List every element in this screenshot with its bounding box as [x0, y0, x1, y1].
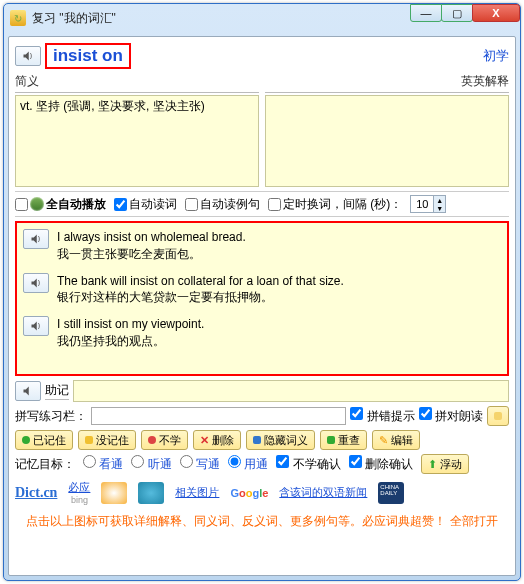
spelling-row: 拼写练习栏： 拼错提示 拼对朗读 — [15, 406, 509, 426]
eraser-button[interactable] — [487, 406, 509, 426]
related-images-link[interactable]: 相关图片 — [175, 485, 219, 500]
example-item: I still insist on my viewpoint.我仍坚持我的观点。 — [23, 316, 501, 350]
titlebar[interactable]: ↻ 复习 "我的词汇" — ▢ X — [4, 4, 520, 32]
interval-input[interactable] — [411, 196, 433, 212]
bilingual-news-link[interactable]: 含该词的双语新闻 — [279, 485, 367, 500]
goal-write[interactable]: 写通 — [180, 455, 220, 473]
chinadaily-link[interactable]: CHINADAILY — [378, 482, 404, 504]
window-controls: — ▢ X — [411, 4, 520, 22]
float-button[interactable]: ⬆浮动 — [421, 454, 469, 474]
simple-def-label: 简义 — [15, 73, 259, 93]
playback-options: 全自动播放 自动读词 自动读例句 定时换词，间隔 (秒)： ▲▼ — [15, 191, 509, 217]
app-icon: ↻ — [10, 10, 26, 26]
play-example-button[interactable] — [23, 316, 49, 336]
known-button[interactable]: 已记住 — [15, 430, 73, 450]
app-window: ↻ 复习 "我的词汇" — ▢ X insist on 初学 简义 vt. 坚持… — [3, 3, 521, 581]
hide-def-button[interactable]: 隐藏词义 — [246, 430, 315, 450]
title-text: 复习 "我的词汇" — [32, 10, 116, 27]
level-link[interactable]: 初学 — [483, 47, 509, 65]
google-link[interactable]: Google — [230, 487, 268, 499]
play-word-button[interactable] — [15, 46, 41, 66]
spell-read-checkbox[interactable]: 拼对朗读 — [419, 407, 483, 425]
bing-link[interactable]: 必应bing — [68, 480, 90, 505]
autoplay-icon — [30, 197, 44, 211]
example-en: I still insist on my viewpoint. — [57, 316, 204, 333]
auto-play-checkbox[interactable]: 全自动播放 — [15, 196, 106, 213]
maximize-button[interactable]: ▢ — [441, 4, 473, 22]
speaker-icon — [22, 385, 34, 397]
spelling-label: 拼写练习栏： — [15, 408, 87, 425]
goal-read[interactable]: 看通 — [83, 455, 123, 473]
speaker-icon — [30, 277, 42, 289]
example-item: I always insist on wholemeal bread.我一贯主张… — [23, 229, 501, 263]
interval-spinner[interactable]: ▲▼ — [410, 195, 446, 213]
speaker-icon — [22, 50, 34, 62]
goal-label: 记忆目标： — [15, 456, 75, 473]
dictcn-link[interactable]: Dict.cn — [15, 485, 57, 501]
action-buttons: 已记住 没记住 不学 ✕删除 隐藏词义 重查 ✎编辑 — [15, 430, 509, 450]
example-item: The bank will insist on collateral for a… — [23, 273, 501, 307]
simple-def-text[interactable]: vt. 坚持 (强调, 坚决要求, 坚决主张) — [15, 95, 259, 187]
spin-up[interactable]: ▲ — [433, 196, 445, 204]
mnemonic-text[interactable] — [73, 380, 509, 402]
spin-down[interactable]: ▼ — [433, 204, 445, 212]
example-zh: 我一贯主张要吃全麦面包。 — [57, 246, 246, 263]
definitions: 简义 vt. 坚持 (强调, 坚决要求, 坚决主张) 英英解释 — [15, 73, 509, 187]
examples-panel: I always insist on wholemeal bread.我一贯主张… — [15, 221, 509, 376]
requery-button[interactable]: 重查 — [320, 430, 367, 450]
unknown-button[interactable]: 没记住 — [78, 430, 136, 450]
minimize-button[interactable]: — — [410, 4, 442, 22]
delete-button[interactable]: ✕删除 — [193, 430, 241, 450]
360-link[interactable] — [138, 482, 164, 504]
edit-button[interactable]: ✎编辑 — [372, 430, 420, 450]
footer-tip: 点击以上图标可获取详细解释、同义词、反义词、更多例句等。必应词典超赞！ 全部打开 — [15, 511, 509, 530]
confirm-delete-checkbox[interactable]: 删除确认 — [349, 455, 413, 473]
play-mnemonic-button[interactable] — [15, 381, 41, 401]
example-zh: 我仍坚持我的观点。 — [57, 333, 204, 350]
current-word: insist on — [45, 43, 131, 69]
auto-example-checkbox[interactable]: 自动读例句 — [185, 196, 260, 213]
goal-listen[interactable]: 听通 — [131, 455, 171, 473]
speaker-icon — [30, 320, 42, 332]
confirm-skip-checkbox[interactable]: 不学确认 — [276, 455, 340, 473]
play-example-button[interactable] — [23, 273, 49, 293]
english-def-text[interactable] — [265, 95, 509, 187]
mnemonic-label: 助记 — [45, 382, 69, 400]
play-example-button[interactable] — [23, 229, 49, 249]
memory-goal-row: 记忆目标： 看通 听通 写通 用通 不学确认 删除确认 ⬆浮动 — [15, 454, 509, 474]
speaker-icon — [30, 233, 42, 245]
mnemonic-row: 助记 — [15, 380, 509, 402]
auto-switch-checkbox[interactable]: 定时换词，间隔 (秒)： — [268, 196, 402, 213]
word-header: insist on 初学 — [15, 43, 509, 69]
example-zh: 银行对这样的大笔贷款一定要有抵押物。 — [57, 289, 344, 306]
example-en: The bank will insist on collateral for a… — [57, 273, 344, 290]
example-en: I always insist on wholemeal bread. — [57, 229, 246, 246]
spell-hint-checkbox[interactable]: 拼错提示 — [350, 407, 414, 425]
close-button[interactable]: X — [472, 4, 520, 22]
goal-use[interactable]: 用通 — [228, 455, 268, 473]
external-links: Dict.cn 必应bing 相关图片 Google 含该词的双语新闻 CHIN… — [15, 478, 509, 507]
english-def-label: 英英解释 — [265, 73, 509, 93]
skip-button[interactable]: 不学 — [141, 430, 188, 450]
client-area: insist on 初学 简义 vt. 坚持 (强调, 坚决要求, 坚决主张) … — [8, 36, 516, 576]
sogou-link[interactable] — [101, 482, 127, 504]
spelling-input[interactable] — [91, 407, 346, 425]
auto-word-checkbox[interactable]: 自动读词 — [114, 196, 177, 213]
